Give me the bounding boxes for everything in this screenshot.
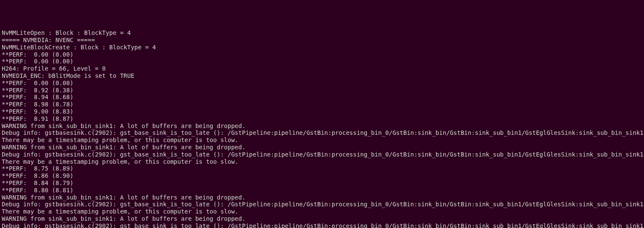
terminal-line: NvMMLiteBlockCreate : Block : BlockType …	[2, 44, 642, 51]
terminal-line: Debug info: gstbasesink.c(2902): gst_bas…	[2, 222, 642, 228]
terminal-line: WARNING from sink_sub_bin_sink1: A lot o…	[2, 144, 642, 151]
terminal-output[interactable]: NvMMLiteOpen : Block : BlockType = 4====…	[2, 29, 642, 228]
terminal-line: **PERF: 8.98 (8.78)	[2, 101, 642, 108]
terminal-line: ===== NVMEDIA: NVENC =====	[2, 37, 642, 44]
terminal-line: There may be a timestamping problem, or …	[2, 137, 642, 144]
terminal-line: WARNING from sink_sub_bin_sink1: A lot o…	[2, 215, 642, 222]
terminal-line: **PERF: 0.00 (0.00)	[2, 51, 642, 58]
terminal-line: NvMMLiteOpen : Block : BlockType = 4	[2, 29, 642, 37]
terminal-line: Debug info: gstbasesink.c(2902): gst_bas…	[2, 151, 642, 158]
terminal-line: **PERF: 8.75 (8.89)	[2, 165, 642, 172]
terminal-line: **PERF: 8.94 (8.68)	[2, 94, 642, 101]
terminal-line: **PERF: 8.84 (8.79)	[2, 180, 642, 187]
terminal-line: **PERF: 8.80 (8.81)	[2, 187, 642, 194]
terminal-line: NVMEDIA_ENC: bBlitMode is set to TRUE	[2, 72, 642, 80]
terminal-line: There may be a timestamping problem, or …	[2, 158, 642, 165]
terminal-line: Debug info: gstbasesink.c(2902): gst_bas…	[2, 201, 642, 208]
terminal-line: Debug info: gstbasesink.c(2902): gst_bas…	[2, 129, 642, 137]
terminal-line: **PERF: 9.00 (8.83)	[2, 108, 642, 115]
terminal-line: There may be a timestamping problem, or …	[2, 208, 642, 215]
terminal-line: **PERF: 0.00 (0.00)	[2, 80, 642, 87]
terminal-line: **PERF: 8.91 (8.87)	[2, 115, 642, 123]
terminal-line: **PERF: 0.00 (0.00)	[2, 58, 642, 65]
terminal-line: H264: Profile = 66, Level = 0	[2, 65, 642, 72]
terminal-line: **PERF: 8.92 (8.38)	[2, 87, 642, 94]
terminal-line: **PERF: 8.86 (8.90)	[2, 172, 642, 180]
terminal-line: WARNING from sink_sub_bin_sink1: A lot o…	[2, 123, 642, 130]
terminal-line: WARNING from sink_sub_bin_sink1: A lot o…	[2, 194, 642, 201]
